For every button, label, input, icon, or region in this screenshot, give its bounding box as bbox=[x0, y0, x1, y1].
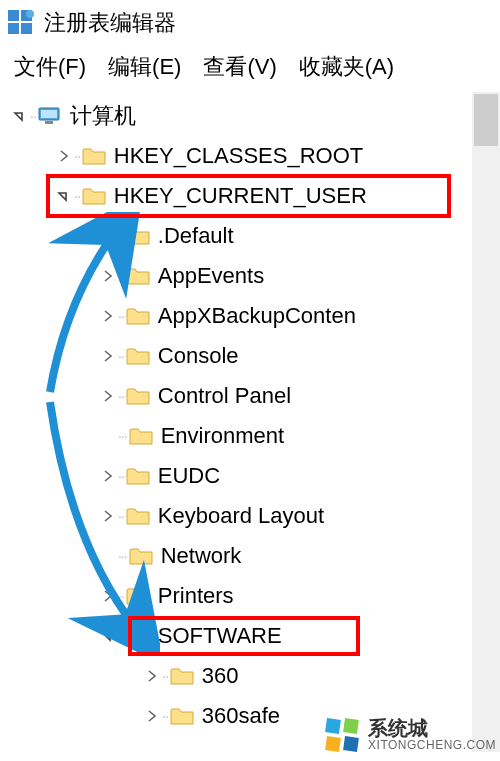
tree-label: Keyboard Layout bbox=[158, 503, 324, 529]
tree-connector: ·· bbox=[118, 268, 124, 284]
tree-node-network[interactable]: ··· Network bbox=[0, 536, 500, 576]
tree-node-eudc[interactable]: ·· EUDC bbox=[0, 456, 500, 496]
menu-view[interactable]: 查看(V) bbox=[203, 52, 276, 82]
chevron-down-icon[interactable] bbox=[54, 186, 74, 206]
folder-icon bbox=[82, 186, 106, 206]
folder-icon bbox=[129, 546, 153, 566]
tree-label: 360safe bbox=[202, 703, 280, 729]
tree-node-hkcr[interactable]: ·· HKEY_CLASSES_ROOT bbox=[0, 136, 500, 176]
folder-icon bbox=[129, 426, 153, 446]
tree-label: EUDC bbox=[158, 463, 220, 489]
tree-label: Environment bbox=[161, 423, 285, 449]
tree-label: Network bbox=[161, 543, 242, 569]
vertical-scrollbar[interactable] bbox=[472, 92, 500, 752]
watermark-subtitle: XITONGCHENG.COM bbox=[368, 739, 496, 752]
svg-rect-11 bbox=[343, 736, 359, 752]
chevron-right-icon[interactable] bbox=[98, 586, 118, 606]
svg-rect-7 bbox=[45, 121, 53, 124]
chevron-right-icon[interactable] bbox=[98, 226, 118, 246]
tree-connector: ·· bbox=[30, 108, 36, 124]
watermark: 系统城 XITONGCHENG.COM bbox=[322, 715, 496, 755]
tree-node-controlpanel[interactable]: ·· Control Panel bbox=[0, 376, 500, 416]
folder-icon bbox=[126, 626, 150, 646]
tree-label: .Default bbox=[158, 223, 234, 249]
regedit-icon bbox=[8, 10, 34, 36]
tree: ·· 计算机 ·· HKEY_CLASSES_ROOT bbox=[0, 92, 500, 736]
tree-connector: ·· bbox=[118, 308, 124, 324]
tree-connector: ·· bbox=[118, 228, 124, 244]
chevron-right-icon[interactable] bbox=[98, 466, 118, 486]
tree-node-environment[interactable]: ··· Environment bbox=[0, 416, 500, 456]
svg-rect-2 bbox=[8, 23, 19, 34]
folder-icon bbox=[126, 306, 150, 326]
tree-connector: ·· bbox=[118, 348, 124, 364]
watermark-logo-icon bbox=[322, 715, 362, 755]
tree-connector: ·· bbox=[118, 628, 124, 644]
svg-rect-8 bbox=[325, 718, 341, 734]
watermark-title: 系统城 bbox=[368, 718, 496, 739]
tree-connector: ··· bbox=[118, 428, 127, 444]
tree-node-default[interactable]: ·· .Default bbox=[0, 216, 500, 256]
tree-connector: ·· bbox=[118, 508, 124, 524]
tree-connector: ·· bbox=[162, 708, 168, 724]
svg-rect-3 bbox=[21, 23, 32, 34]
menu-file[interactable]: 文件(F) bbox=[14, 52, 86, 82]
tree-label: SOFTWARE bbox=[158, 623, 282, 649]
menu-edit[interactable]: 编辑(E) bbox=[108, 52, 181, 82]
scrollbar-thumb[interactable] bbox=[474, 94, 498, 146]
tree-label: Printers bbox=[158, 583, 234, 609]
tree-label: 360 bbox=[202, 663, 239, 689]
titlebar: 注册表编辑器 bbox=[0, 0, 500, 46]
computer-icon bbox=[38, 106, 62, 126]
window-title: 注册表编辑器 bbox=[44, 8, 176, 38]
chevron-right-icon[interactable] bbox=[98, 386, 118, 406]
tree-node-computer[interactable]: ·· 计算机 bbox=[0, 96, 500, 136]
folder-icon bbox=[126, 506, 150, 526]
chevron-right-icon[interactable] bbox=[98, 306, 118, 326]
chevron-right-icon[interactable] bbox=[142, 706, 162, 726]
chevron-right-icon[interactable] bbox=[54, 146, 74, 166]
svg-rect-9 bbox=[343, 718, 359, 734]
tree-connector: ·· bbox=[118, 588, 124, 604]
tree-node-printers[interactable]: ·· Printers bbox=[0, 576, 500, 616]
registry-editor-window: 注册表编辑器 文件(F) 编辑(E) 查看(V) 收藏夹(A) ·· 计算机 bbox=[0, 0, 500, 761]
chevron-right-icon[interactable] bbox=[98, 266, 118, 286]
folder-icon bbox=[126, 586, 150, 606]
tree-node-appevents[interactable]: ·· AppEvents bbox=[0, 256, 500, 296]
menubar: 文件(F) 编辑(E) 查看(V) 收藏夹(A) bbox=[0, 46, 500, 92]
tree-connector: ·· bbox=[162, 668, 168, 684]
svg-rect-6 bbox=[41, 110, 57, 118]
tree-label: AppXBackupConten bbox=[158, 303, 356, 329]
chevron-right-icon[interactable] bbox=[142, 666, 162, 686]
tree-connector: ·· bbox=[118, 468, 124, 484]
folder-icon bbox=[126, 226, 150, 246]
chevron-down-icon[interactable] bbox=[98, 626, 118, 646]
tree-label: 计算机 bbox=[70, 101, 136, 131]
tree-label: HKEY_CLASSES_ROOT bbox=[114, 143, 363, 169]
folder-icon bbox=[126, 266, 150, 286]
tree-connector: ·· bbox=[74, 148, 80, 164]
folder-icon bbox=[126, 386, 150, 406]
svg-rect-0 bbox=[8, 10, 19, 21]
folder-icon bbox=[170, 706, 194, 726]
tree-connector: ·· bbox=[118, 388, 124, 404]
folder-icon bbox=[126, 346, 150, 366]
tree-node-appxbackup[interactable]: ·· AppXBackupConten bbox=[0, 296, 500, 336]
chevron-down-icon[interactable] bbox=[10, 106, 30, 126]
tree-node-software[interactable]: ·· SOFTWARE bbox=[0, 616, 500, 656]
folder-icon bbox=[82, 146, 106, 166]
tree-node-console[interactable]: ·· Console bbox=[0, 336, 500, 376]
tree-connector: ·· bbox=[74, 188, 80, 204]
tree-label: HKEY_CURRENT_USER bbox=[114, 183, 367, 209]
chevron-right-icon[interactable] bbox=[98, 346, 118, 366]
menu-favorites[interactable]: 收藏夹(A) bbox=[299, 52, 394, 82]
tree-area: ·· 计算机 ·· HKEY_CLASSES_ROOT bbox=[0, 92, 500, 752]
tree-label: Control Panel bbox=[158, 383, 291, 409]
tree-node-keyboard[interactable]: ·· Keyboard Layout bbox=[0, 496, 500, 536]
tree-node-360[interactable]: ·· 360 bbox=[0, 656, 500, 696]
chevron-right-icon[interactable] bbox=[98, 506, 118, 526]
folder-icon bbox=[126, 466, 150, 486]
tree-label: Console bbox=[158, 343, 239, 369]
tree-node-hkcu[interactable]: ·· HKEY_CURRENT_USER bbox=[0, 176, 500, 216]
tree-label: AppEvents bbox=[158, 263, 264, 289]
